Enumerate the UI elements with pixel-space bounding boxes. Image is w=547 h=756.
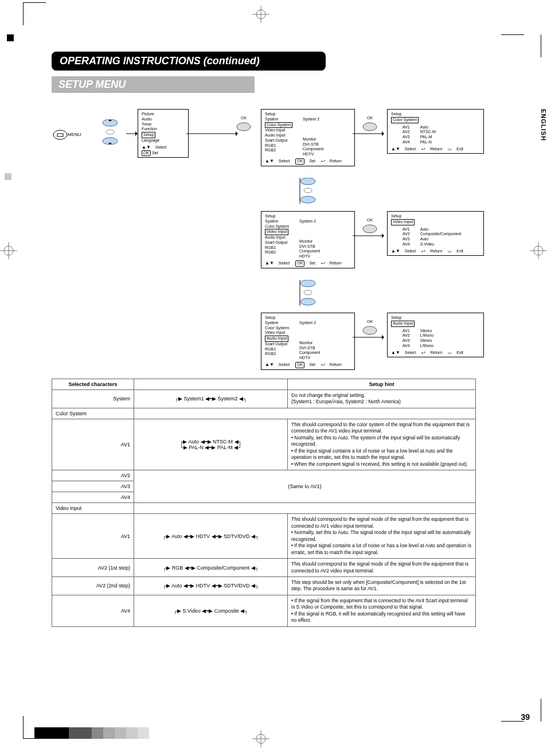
settings-table: Selected characters Setup hint System ┌▶… <box>52 379 476 627</box>
register-mark <box>0 242 17 259</box>
crop-mark <box>501 34 524 35</box>
crop-mark <box>7 34 14 41</box>
svg-point-38 <box>300 298 315 305</box>
color-system-panel: Setup Color System AV1AV2 AV3AV4 AutoNTS… <box>387 109 484 154</box>
svg-point-28 <box>300 196 315 203</box>
svg-rect-13 <box>57 134 63 137</box>
svg-point-39 <box>304 290 312 295</box>
setup-panel-videoinput: Setup System Color System Video Input Au… <box>261 211 355 268</box>
hint-text: Do not change the original setting.(Syst… <box>288 390 476 408</box>
table-row: Video Input <box>52 503 476 514</box>
nav-pad-icon <box>295 178 321 204</box>
svg-point-37 <box>300 280 315 287</box>
svg-marker-45 <box>382 335 384 340</box>
table-header-left: Selected characters <box>52 379 134 390</box>
ok-button-icon: OK <box>361 221 378 235</box>
nav-pad-icon <box>97 119 123 146</box>
svg-point-36 <box>363 225 377 233</box>
ok-button-icon: OK <box>235 119 252 133</box>
svg-point-16 <box>106 130 114 134</box>
svg-point-12 <box>53 130 67 139</box>
audio-input-panel: Setup Audio Input AV1AV2 AV3AV4 StereoL/… <box>387 313 484 357</box>
table-row: Color System <box>52 408 476 419</box>
crop-mark <box>541 34 541 57</box>
crop-mark <box>5 173 11 180</box>
svg-point-29 <box>304 188 312 193</box>
arrow-right-icon <box>126 131 138 137</box>
crop-mark <box>23 2 24 25</box>
density-strip <box>34 727 149 739</box>
crop-mark <box>23 2 46 3</box>
arrow-right-icon <box>186 131 238 137</box>
main-menu-panel: Picture Audio Timer Function Setup Langu… <box>138 109 189 158</box>
ok-button-icon: OK <box>361 119 378 133</box>
menu-button: MENU <box>52 126 83 145</box>
language-tab: ENGLISH <box>540 109 547 141</box>
table-row: AV4 ┌▶ S.Video ◀━▶ Composite ◀┐ • If the… <box>52 595 476 626</box>
table-row: AV1 ┌▶ Auto ◀━▶ NTSC-M ◀┐ └▶ PAL-N ◀━▶ P… <box>52 419 476 470</box>
crop-mark <box>23 716 24 739</box>
svg-marker-35 <box>382 233 384 238</box>
svg-point-46 <box>363 326 377 334</box>
table-header-right: Setup hint <box>288 379 476 390</box>
section-title: SETUP MENU <box>52 76 255 93</box>
svg-point-26 <box>363 123 377 131</box>
page-number: 39 <box>521 712 530 722</box>
video-input-panel: Setup Video Input AV1AV2 AV3AV4 AutoComp… <box>387 211 484 256</box>
setup-panel-audioinput: Setup System Color System Video Input Au… <box>261 313 355 370</box>
svg-marker-25 <box>382 131 384 136</box>
register-mark <box>252 6 269 23</box>
svg-point-27 <box>300 178 315 185</box>
crop-mark <box>541 699 541 722</box>
nav-pad-icon <box>295 280 321 306</box>
setup-panel-colorsystem: Setup System Color System Video Input Au… <box>261 109 355 166</box>
table-row: System ┌▶ System1 ◀━▶ System2 ◀┐ Do not … <box>52 390 476 408</box>
register-mark <box>252 730 269 747</box>
page-title: OPERATING INSTRUCTIONS (continued) <box>52 52 326 71</box>
table-row: AV2 (1st step) ┌▶ RGB ◀━▶ Composite/Comp… <box>52 559 476 577</box>
register-mark <box>530 242 547 259</box>
svg-point-23 <box>237 123 251 131</box>
ok-button-icon: OK <box>361 323 378 337</box>
table-row: AV2 (Same to AV1) <box>52 470 476 481</box>
table-row: AV2 (2nd step) ┌▶ Auto ◀━▶ HDTV ◀━▶ SDTV… <box>52 576 476 595</box>
table-row: AV1 ┌▶ Auto ◀━▶ HDTV ◀━▶ SDTV/DVD ◀┐ Thi… <box>52 514 476 559</box>
